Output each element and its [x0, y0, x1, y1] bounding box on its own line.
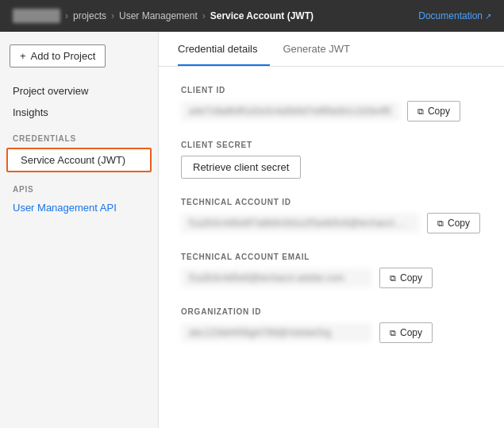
- technical-account-email-row: f1a2b3c4d5e6@techacct.adobe.com ⧉ Copy: [181, 268, 482, 288]
- tab-generate-jwt[interactable]: Generate JWT: [283, 32, 363, 66]
- external-link-icon: ↗: [485, 12, 491, 21]
- top-nav: › projects › User Management › Service A…: [0, 0, 504, 32]
- organization-id-section: ORGANIZATION ID abc123def456ghi789@Adobe…: [181, 307, 482, 343]
- technical-account-email-copy-label: Copy: [400, 272, 422, 283]
- technical-account-email-label: TECHNICAL ACCOUNT EMAIL: [181, 253, 482, 261]
- organization-id-value: abc123def456ghi789@AdobeOrg: [181, 323, 371, 342]
- client-secret-label: CLIENT SECRET: [181, 141, 482, 149]
- credentials-section-label: CREDENTIALS: [0, 123, 158, 146]
- copy-icon-2: ⧉: [437, 218, 444, 229]
- technical-account-email-copy-button[interactable]: ⧉ Copy: [379, 268, 433, 288]
- main-content: Credential details Generate JWT CLIENT I…: [159, 32, 504, 428]
- sidebar-item-service-account[interactable]: Service Account (JWT): [6, 148, 152, 172]
- client-id-row: a4e7c8a8b9f1d2e3c4a5b6d7e8f9a0b1c2d3e4f5…: [181, 101, 482, 121]
- retrieve-client-secret-button[interactable]: Retrieve client secret: [181, 156, 301, 179]
- sidebar-item-insights[interactable]: Insights: [0, 102, 158, 123]
- breadcrumb-sep-3: ›: [202, 10, 206, 21]
- adobe-logo: [13, 9, 60, 23]
- credentials-content: CLIENT ID a4e7c8a8b9f1d2e3c4a5b6d7e8f9a0…: [159, 67, 504, 381]
- apis-section-label: APIS: [0, 174, 158, 197]
- breadcrumb-user-management[interactable]: User Management: [119, 10, 198, 21]
- organization-id-label: ORGANIZATION ID: [181, 307, 482, 316]
- technical-account-id-value: f1a2b3c4d5e6f7a8b9c0d1e2f3a4b5c6@techacc…: [181, 214, 419, 233]
- breadcrumb-projects[interactable]: projects: [73, 10, 106, 21]
- technical-account-id-copy-label: Copy: [448, 218, 470, 229]
- client-secret-row: Retrieve client secret: [181, 156, 482, 179]
- technical-account-id-copy-button[interactable]: ⧉ Copy: [427, 213, 480, 233]
- client-secret-section: CLIENT SECRET Retrieve client secret: [181, 141, 482, 179]
- breadcrumb-current: Service Account (JWT): [210, 10, 314, 21]
- sidebar-item-user-management-api[interactable]: User Management API: [0, 197, 158, 218]
- organization-id-row: abc123def456ghi789@AdobeOrg ⧉ Copy: [181, 322, 482, 343]
- sidebar: + Add to Project Project overview Insigh…: [0, 32, 159, 428]
- add-to-project-button[interactable]: + Add to Project: [10, 44, 106, 67]
- client-id-label: CLIENT ID: [181, 86, 482, 94]
- technical-account-id-label: TECHNICAL ACCOUNT ID: [181, 198, 482, 206]
- page-layout: + Add to Project Project overview Insigh…: [0, 32, 504, 428]
- technical-account-email-section: TECHNICAL ACCOUNT EMAIL f1a2b3c4d5e6@tec…: [181, 253, 482, 288]
- organization-id-copy-label: Copy: [400, 327, 422, 338]
- tabs-bar: Credential details Generate JWT: [159, 32, 504, 67]
- copy-icon: ⧉: [417, 106, 424, 117]
- documentation-link[interactable]: Documentation ↗: [418, 10, 491, 21]
- client-id-value: a4e7c8a8b9f1d2e3c4a5b6d7e8f9a0b1c2d3e4f5: [181, 102, 399, 121]
- add-to-project-label: Add to Project: [31, 50, 96, 62]
- client-id-section: CLIENT ID a4e7c8a8b9f1d2e3c4a5b6d7e8f9a0…: [181, 86, 482, 121]
- plus-icon: +: [20, 50, 26, 62]
- technical-account-id-row: f1a2b3c4d5e6f7a8b9c0d1e2f3a4b5c6@techacc…: [181, 213, 482, 233]
- copy-icon-4: ⧉: [390, 328, 396, 338]
- copy-icon-3: ⧉: [390, 273, 396, 283]
- breadcrumb-sep-2: ›: [111, 10, 114, 21]
- technical-account-email-value: f1a2b3c4d5e6@techacct.adobe.com: [181, 268, 371, 287]
- client-id-copy-label: Copy: [428, 106, 450, 117]
- technical-account-id-section: TECHNICAL ACCOUNT ID f1a2b3c4d5e6f7a8b9c…: [181, 198, 482, 233]
- organization-id-copy-button[interactable]: ⧉ Copy: [379, 322, 433, 343]
- client-id-copy-button[interactable]: ⧉ Copy: [407, 101, 460, 121]
- sidebar-item-project-overview[interactable]: Project overview: [0, 80, 158, 102]
- breadcrumb-sep-1: ›: [65, 10, 68, 21]
- tab-credential-details[interactable]: Credential details: [178, 32, 270, 66]
